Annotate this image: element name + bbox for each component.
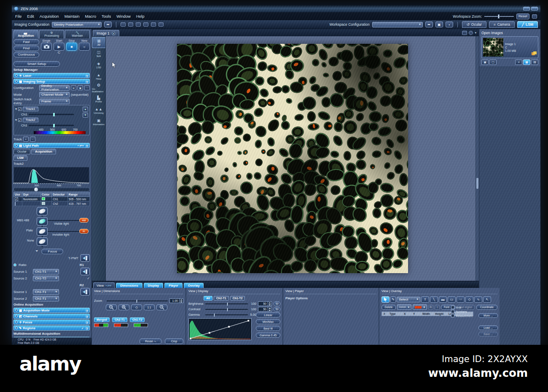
channel-ch1t2-chip[interactable]: Ch1-T2 [130,317,145,322]
pencil-tool-button[interactable]: ✎ [390,296,396,303]
detach-icon[interactable]: ◳ [86,74,88,77]
source3-select[interactable]: Ch1-T1▾ [33,289,59,295]
line-style-dropdown[interactable]: ▾ [397,304,411,310]
menu-tools[interactable]: Tools [102,14,111,19]
use-checkbox[interactable]: ✓ [15,197,18,201]
circle-tool-button[interactable]: ○○ [457,296,465,303]
detach-icon[interactable]: ◳ [86,309,88,312]
regions-bar[interactable]: ✎Regions✓◳ [13,325,90,330]
find-button[interactable]: Find [13,46,39,51]
contrast-reset-button[interactable]: 50 [274,307,280,311]
hide-checkbox[interactable] [451,306,454,309]
snap-icon[interactable] [158,22,164,27]
detail-view-button[interactable]: ▤ [531,59,538,65]
tab-overlay[interactable]: Overlay [184,283,204,288]
tab-ocular[interactable]: ↺Ocular [462,21,486,28]
brightness-slider[interactable] [205,303,248,304]
focus-button[interactable]: Focus [41,249,63,254]
linear-button[interactable]: Linear [256,312,280,317]
export-icon[interactable] [136,22,141,27]
switch-track-select[interactable]: Frame▾ [39,99,70,104]
plate-mirror-button[interactable] [37,227,48,236]
detach-icon[interactable]: ◳ [86,80,88,83]
channel-row-1[interactable]: ✓ fluorescein Ch1 505 - 530 nm [14,197,90,201]
merged-colorbar[interactable] [94,323,108,327]
configuration-select[interactable]: Dimitry Polarization▾ [39,85,70,91]
specimen-image[interactable] [177,44,408,273]
color-dropdown[interactable]: ▾ [413,304,427,310]
radio-icon[interactable] [15,144,18,147]
tab-display[interactable]: Display [144,283,164,288]
track2-tab[interactable]: Track2 [23,118,38,122]
channel-ch2t1-chip[interactable]: Ch2-T1 [112,317,127,322]
print-icon[interactable] [151,22,156,27]
use-checkbox[interactable] [15,202,16,206]
load-workspace-button[interactable]: ➦ [425,21,433,27]
pin-icon[interactable] [532,14,537,19]
workspace-zoom-reset-button[interactable]: Reset [516,13,529,19]
close-icon[interactable]: ✕ [112,32,116,35]
tab-lsm-sub[interactable]: LSM [13,155,27,161]
save-workspace-button[interactable]: ▣ [435,21,443,27]
add-workspace-button[interactable]: • [446,21,453,27]
tab-dimensions[interactable]: Dimensions [116,283,142,288]
text-tool-button[interactable]: T [421,296,429,303]
continuous-button[interactable]: Continuous [13,52,39,57]
channel-row-2[interactable]: Ch2 415 - 797 nm [14,201,90,206]
new-document-icon[interactable] [121,22,126,27]
save-image-button[interactable]: ▣ [481,59,489,65]
italic-button[interactable]: I [435,305,440,310]
best-fit-button[interactable]: Best fit [256,326,280,331]
snap-single-button[interactable] [41,43,52,51]
workspace-zoom-slider[interactable] [484,16,514,17]
r1-detector-button[interactable] [81,268,90,275]
vertical-scrollbar[interactable] [475,36,479,281]
display-tab-ch1t2[interactable]: Ch1-T2 [230,296,245,301]
source1-select[interactable]: Ch1-T1▾ [33,269,59,274]
tool-split[interactable]: ◫Split [92,48,105,59]
image-tab[interactable]: Image 1 ✕ [93,30,119,36]
track2-gain-slider[interactable] [29,125,74,126]
crop-button[interactable]: Crop [165,338,183,344]
mbs-mirror-button[interactable] [37,217,48,226]
select-dropdown[interactable]: Select▾ [397,297,420,302]
ch2t1-colorbar[interactable] [114,323,128,327]
gamma-slider[interactable] [205,314,248,315]
tab-processing[interactable]: ⚙Processing [39,30,64,38]
open-image-card[interactable]: Image 1 C 1.00 MB [481,36,538,58]
channels-bar[interactable]: ◩Channels◳ [13,314,90,319]
tab-player[interactable]: Player [164,283,183,288]
polygon-tool-button[interactable]: ◇ [465,296,473,303]
ch1t2-colorbar[interactable] [134,323,148,327]
contrast-slider[interactable] [205,309,248,310]
smart-setup-button[interactable]: Smart Setup [13,61,60,67]
menu-help[interactable]: Help [136,14,145,19]
expander-icon[interactable]: ▾ [15,107,17,111]
menu-acquisition[interactable]: Acquisition [40,14,59,19]
tool-2d[interactable]: ▦2D [92,37,105,48]
save-config-icon[interactable]: ▣ [78,85,83,90]
new-button[interactable]: = [79,43,90,51]
view-tab[interactable]: View+ pro [93,282,115,288]
track-down-button[interactable]: ▼ [83,113,88,118]
none-mirror-button[interactable] [37,237,48,246]
detach-icon[interactable]: ◳ [86,315,88,318]
tool-unmixing[interactable]: ▲▲Unmixing [92,105,105,116]
tab-lsm[interactable]: ╱LSM [517,21,538,28]
tpmt-detector-button[interactable] [81,254,90,262]
chevron-down-icon[interactable]: ▾ [475,31,476,35]
track-up-button[interactable]: ▲ [83,107,88,112]
line-tool-button[interactable]: ╲ [430,296,438,303]
brightness-value[interactable]: 50 [258,301,272,306]
save-icon[interactable] [128,22,133,27]
tab-lp-acquisition[interactable]: Acquisition [31,149,56,154]
fast-button[interactable]: Fast [13,39,39,45]
display-tab-ch2t1[interactable]: Ch2-T1 [214,296,229,301]
stop-button[interactable]: ■ [66,43,77,51]
numbers-checkbox[interactable] [451,310,454,313]
detach-icon[interactable]: ◳ [86,327,88,330]
workspace-zoom-thumb[interactable] [498,14,500,19]
delete-config-icon[interactable]: − [84,85,90,90]
tool-2-5d[interactable]: ◈2.5D [92,60,105,71]
zoom-value-box[interactable]: 1.00 [169,298,183,303]
